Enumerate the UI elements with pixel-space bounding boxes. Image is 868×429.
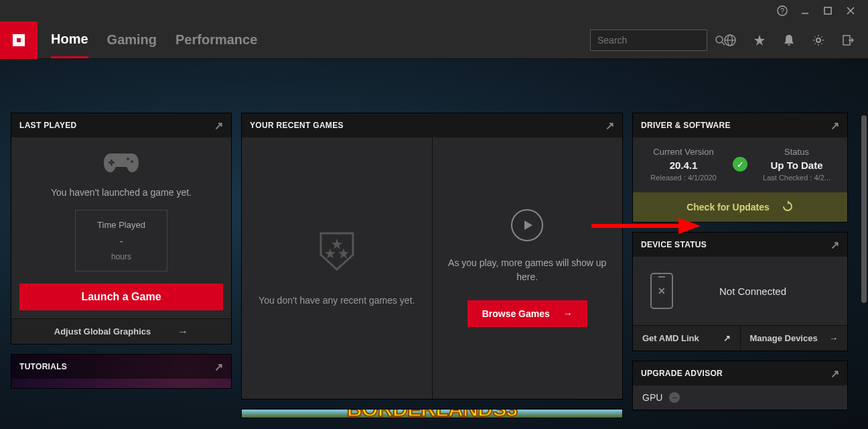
gpu-label: GPU: [642, 392, 662, 403]
last-checked-label: Last Checked : 4/2...: [754, 174, 839, 182]
tutorials-card[interactable]: TUTORIALS ↗: [11, 354, 232, 389]
expand-icon[interactable]: ↗: [830, 119, 839, 132]
globe-icon[interactable]: [723, 34, 737, 47]
adjust-graphics-label: Adjust Global Graphics: [54, 326, 151, 336]
recent-games-card: YOUR RECENT GAMES ↗ You don't have any r…: [241, 113, 623, 400]
arrow-right-icon: →: [177, 326, 188, 338]
time-played-value: -: [81, 235, 161, 247]
manage-devices-label: Manage Devices: [750, 333, 818, 343]
time-played-unit: hours: [81, 252, 161, 261]
current-version-value: 20.4.1: [641, 160, 726, 171]
svg-point-12: [127, 158, 129, 160]
no-recent-label: You don't have any recent games yet.: [259, 295, 415, 306]
device-status-card: DEVICE STATUS ↗ ✕ Not Connected Get AMD …: [632, 232, 848, 351]
gamepad-icon: [102, 149, 140, 178]
expand-icon[interactable]: ↗: [214, 119, 223, 132]
refresh-icon: [782, 200, 794, 214]
maximize-icon[interactable]: [822, 5, 833, 16]
time-played-box: Time Played - hours: [75, 210, 167, 271]
search-input[interactable]: [597, 35, 715, 46]
scrollbar[interactable]: [861, 115, 867, 303]
titlebar: ?: [0, 0, 868, 21]
minus-icon: −: [669, 392, 680, 403]
launch-game-button[interactable]: Launch a Game: [19, 284, 223, 310]
device-status-text: Not Connected: [693, 286, 839, 297]
nav-home[interactable]: Home: [51, 22, 88, 58]
expand-icon[interactable]: ↗: [214, 361, 223, 373]
driver-title: DRIVER & SOFTWARE: [641, 121, 731, 130]
get-amd-link-button[interactable]: Get AMD Link ↗: [633, 325, 741, 351]
arrow-right-icon: →: [563, 308, 573, 319]
content: LAST PLAYED ↗ You haven't launched a gam…: [0, 59, 868, 429]
svg-point-13: [131, 160, 133, 163]
expand-icon[interactable]: ↗: [605, 119, 614, 132]
main-nav: Home Gaming Performance: [51, 22, 257, 58]
promo-text: BORDERLANDS3: [347, 409, 518, 418]
released-label: Released : 4/1/2020: [641, 174, 726, 182]
check-updates-label: Check for Updates: [686, 202, 770, 212]
star-icon[interactable]: [753, 34, 766, 47]
close-icon[interactable]: [845, 5, 856, 16]
nav-performance[interactable]: Performance: [175, 23, 257, 57]
last-played-empty: You haven't launched a game yet.: [51, 187, 192, 198]
recent-games-title: YOUR RECENT GAMES: [250, 121, 344, 130]
share-icon: ↗: [723, 333, 731, 343]
help-icon[interactable]: ?: [777, 5, 788, 16]
search-box[interactable]: [590, 29, 707, 51]
play-icon: [511, 209, 543, 241]
check-updates-button[interactable]: Check for Updates: [633, 192, 847, 222]
browse-games-label: Browse Games: [482, 308, 550, 319]
shield-icon: [318, 231, 356, 275]
adjust-graphics-button[interactable]: Adjust Global Graphics →: [11, 318, 231, 344]
promo-banner[interactable]: BORDERLANDS3: [241, 409, 623, 418]
time-played-label: Time Played: [81, 220, 161, 230]
current-version-label: Current Version: [641, 147, 726, 157]
upgrade-advisor-title: UPGRADE ADVISOR: [641, 369, 723, 378]
checkmark-icon: ✓: [733, 157, 747, 172]
header: Home Gaming Performance: [0, 21, 868, 59]
gear-icon[interactable]: [812, 34, 825, 47]
status-label: Status: [754, 147, 839, 157]
manage-devices-button[interactable]: Manage Devices →: [741, 325, 848, 351]
browse-games-button[interactable]: Browse Games →: [467, 300, 587, 327]
logout-icon[interactable]: [841, 34, 855, 47]
phone-icon: ✕: [650, 273, 673, 309]
get-amd-link-label: Get AMD Link: [642, 333, 699, 343]
svg-point-6: [716, 36, 723, 43]
amd-logo[interactable]: [0, 21, 38, 59]
expand-icon[interactable]: ↗: [830, 367, 839, 380]
minimize-icon[interactable]: [800, 5, 810, 16]
svg-rect-15: [108, 162, 115, 164]
last-played-card: LAST PLAYED ↗ You haven't launched a gam…: [11, 113, 232, 345]
status-value: Up To Date: [754, 160, 839, 171]
last-played-title: LAST PLAYED: [19, 121, 77, 130]
arrow-right-icon: →: [829, 333, 838, 343]
header-right: [590, 29, 868, 51]
tutorials-title: TUTORIALS: [19, 362, 67, 371]
nav-gaming[interactable]: Gaming: [107, 23, 157, 57]
bell-icon[interactable]: [782, 34, 796, 47]
expand-icon[interactable]: ↗: [830, 239, 839, 251]
driver-software-card: DRIVER & SOFTWARE ↗ Current Version 20.4…: [632, 113, 848, 223]
as-you-play-label: As you play, more games will show up her…: [446, 256, 609, 284]
device-status-title: DEVICE STATUS: [641, 240, 707, 249]
svg-text:?: ?: [780, 7, 784, 15]
upgrade-advisor-card: UPGRADE ADVISOR ↗ GPU −: [632, 361, 848, 410]
svg-rect-3: [824, 7, 831, 14]
